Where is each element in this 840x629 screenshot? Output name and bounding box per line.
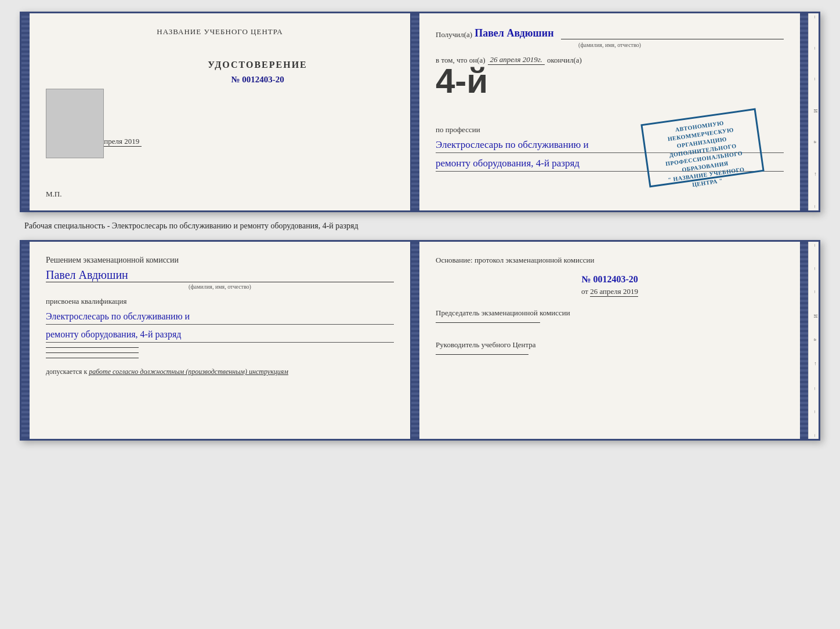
left-spine-decoration: [21, 13, 30, 210]
chairman-sig-line: [436, 322, 540, 323]
bottom-edge-9: –: [809, 434, 819, 437]
cert-label: УДОСТОВЕРЕНИЕ: [121, 60, 394, 70]
qualification-line1: Электрослесарь по обслуживанию и: [46, 308, 394, 325]
edge-mark-3: –: [809, 78, 819, 81]
protocol-number: № 0012403-20: [436, 274, 784, 285]
top-right-page: Получил(а) Павел Авдюшин (фамилия, имя, …: [419, 13, 800, 210]
rank-stamp-area: 4-й АВТОНОМНУЮ НЕКОММЕРЧЕСКУЮ ОРГАНИЗАЦИ…: [436, 70, 784, 116]
bottom-edge-2: –: [809, 267, 819, 270]
chairman-label: Председатель экзаменационной комиссии: [436, 308, 784, 318]
bottom-edge-1: –: [809, 244, 819, 247]
top-left-page: НАЗВАНИЕ УЧЕБНОГО ЦЕНТРА УДОСТОВЕРЕНИЕ №…: [30, 13, 411, 210]
допуск-line: допускается к работе согласно должностны…: [46, 368, 394, 376]
sig-line-3: [46, 358, 139, 358]
edge-mark-7: –: [809, 205, 819, 208]
top-booklet: НАЗВАНИЕ УЧЕБНОГО ЦЕНТРА УДОСТОВЕРЕНИЕ №…: [20, 12, 820, 212]
bottom-right-edge-strip: – – – И а ← – – –: [808, 242, 819, 439]
document-container: НАЗВАНИЕ УЧЕБНОГО ЦЕНТРА УДОСТОВЕРЕНИЕ №…: [20, 12, 820, 441]
edge-mark-5: а: [809, 141, 819, 143]
bottom-center-spine: [411, 242, 419, 439]
right-spine-decoration: [800, 13, 808, 210]
bottom-edge-8: –: [809, 410, 819, 413]
person-name: Павел Авдюшин: [46, 268, 394, 282]
bottom-right-page: Основание: протокол экзаменационной коми…: [419, 242, 800, 439]
bottom-edge-5: а: [809, 339, 819, 341]
bottom-booklet: Решением экзаменационной комиссии Павел …: [20, 240, 820, 441]
center-spine: [411, 13, 419, 210]
date-line: от 26 апреля 2019: [436, 287, 784, 297]
bottom-fio-label: (фамилия, имя, отчество): [46, 283, 394, 290]
sig-line-1: [46, 347, 139, 348]
photo-placeholder: [46, 89, 104, 158]
organization-stamp: АВТОНОМНУЮ НЕКОММЕРЧЕСКУЮ ОРГАНИЗАЦИЮ ДО…: [640, 108, 764, 188]
completion-date: 26 апреля 2019г.: [488, 55, 545, 65]
training-center-title: НАЗВАНИЕ УЧЕБНОГО ЦЕНТРА: [46, 27, 394, 37]
assigned-label: присвоена квалификация: [46, 297, 394, 306]
rank-large: 4-й: [436, 64, 488, 99]
right-edge-strip: – – – И а ← –: [808, 13, 819, 210]
finished-label: окончил(а): [547, 56, 582, 65]
bottom-edge-4: И: [809, 314, 819, 318]
bottom-left-spine: [21, 242, 30, 439]
date-prefix: от: [581, 287, 588, 296]
bottom-edge-3: –: [809, 290, 819, 293]
qualification-line2: ремонту оборудования, 4-й разряд: [46, 326, 394, 343]
bottom-edge-6: ←: [809, 361, 819, 366]
fio-subtitle: (фамилия, имя, отчество): [436, 42, 784, 48]
bottom-edge-7: –: [809, 387, 819, 390]
edge-mark-2: –: [809, 47, 819, 50]
recipient-name: Павел Авдюшин: [475, 27, 553, 39]
director-sig-line: [436, 354, 528, 355]
commission-title: Решением экзаменационной комиссии: [46, 256, 394, 265]
допуск-label: допускается к: [46, 368, 87, 376]
edge-mark-1: –: [809, 16, 819, 19]
sig-line-2: [46, 352, 139, 353]
bottom-left-page: Решением экзаменационной комиссии Павел …: [30, 242, 411, 439]
director-label: Руководитель учебного Центра: [436, 340, 784, 350]
допуск-text: работе согласно должностным (производств…: [89, 368, 288, 376]
edge-mark-4: И: [809, 109, 819, 113]
received-line: Получил(а) Павел Авдюшин: [436, 27, 784, 39]
cert-number: № 0012403-20: [121, 75, 394, 85]
description-text: Рабочая специальность - Электрослесарь п…: [20, 219, 820, 233]
bottom-date-value: 26 апреля 2019: [590, 287, 638, 297]
bottom-right-spine: [800, 242, 808, 439]
mp-label: М.П.: [46, 190, 61, 199]
received-label: Получил(а): [436, 30, 472, 39]
edge-mark-6: ←: [809, 172, 819, 177]
basis-text: Основание: протокол экзаменационной коми…: [436, 256, 784, 265]
